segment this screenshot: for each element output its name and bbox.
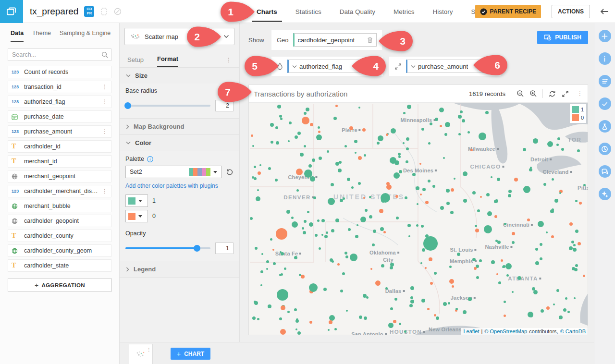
- map-dot: [258, 171, 261, 175]
- color-section: Color Palette Set2: [120, 134, 239, 261]
- chart-thumbnail-tab[interactable]: ⋮: [129, 344, 153, 364]
- color-section-header[interactable]: Color: [120, 135, 239, 151]
- color-by-field[interactable]: authorized_flag: [287, 60, 378, 73]
- collapse-right-panel-arrow[interactable]: [594, 0, 615, 23]
- reset-palette-icon[interactable]: [226, 168, 234, 176]
- color-swatch-select[interactable]: [125, 194, 148, 207]
- color-swatch-select[interactable]: [125, 210, 148, 222]
- schema-icon[interactable]: [599, 75, 611, 87]
- map-dot: [286, 210, 290, 214]
- discussions-icon[interactable]: [599, 165, 611, 178]
- map-dot: [394, 298, 397, 301]
- column-item[interactable]: Tcardholder_id: [8, 140, 111, 153]
- column-item[interactable]: merchant_bubble: [8, 200, 111, 212]
- fullscreen-icon[interactable]: [562, 90, 569, 97]
- column-item[interactable]: 123Count of records: [8, 66, 111, 78]
- map-dot: [280, 118, 283, 120]
- palette-plugins-link[interactable]: Add other color palettes with plugins: [125, 182, 234, 189]
- parent-recipe-button[interactable]: PARENT RECIPE: [475, 5, 541, 18]
- slider-knob[interactable]: [124, 102, 131, 109]
- map-attribution: Leaflet | © OpenStreetMap contributors, …: [461, 328, 588, 335]
- actions-button[interactable]: ACTIONS: [552, 5, 590, 18]
- map-background-header[interactable]: Map Background: [120, 119, 239, 134]
- palette-select[interactable]: Set2: [125, 166, 221, 178]
- osm-link[interactable]: © OpenStreetMap: [484, 328, 527, 334]
- panel-tab-setup[interactable]: Setup: [127, 56, 144, 67]
- lab-icon[interactable]: [599, 120, 611, 133]
- trash-icon[interactable]: [367, 36, 373, 43]
- map-dot: [329, 315, 335, 321]
- info-icon[interactable]: [599, 52, 611, 65]
- checks-icon[interactable]: [599, 97, 611, 110]
- timeline-icon[interactable]: [599, 143, 611, 155]
- panel-tab-format[interactable]: Format: [157, 55, 178, 67]
- chart-tab-menu-icon[interactable]: ⋮: [144, 347, 151, 352]
- tab-charts[interactable]: Charts: [255, 0, 279, 23]
- column-menu-icon[interactable]: ⋮: [99, 128, 108, 135]
- size-section-header[interactable]: Size: [120, 68, 239, 84]
- map-city-label: New Orleans: [429, 327, 465, 332]
- map-dot: [439, 108, 444, 112]
- legend-section-header[interactable]: Legend: [120, 261, 239, 277]
- base-radius-slider[interactable]: [125, 105, 210, 107]
- publish-button[interactable]: PUBLISH: [537, 31, 588, 44]
- assistant-icon[interactable]: [599, 188, 611, 200]
- refresh-icon[interactable]: [548, 90, 556, 98]
- map-dot: [375, 280, 381, 286]
- column-item[interactable]: 123authorized_flag⋮: [8, 96, 111, 108]
- right-icon-rail: [594, 23, 615, 364]
- opacity-slider[interactable]: [125, 247, 210, 249]
- sidebar-tab-sampling-engine[interactable]: Sampling & Engine: [60, 30, 111, 42]
- search-input[interactable]: [8, 49, 111, 61]
- add-icon[interactable]: [599, 30, 611, 42]
- geo-field[interactable]: cardholder_geopoint: [293, 33, 377, 47]
- dataset-folder-icon[interactable]: [0, 0, 23, 23]
- column-item[interactable]: 123purchase_amount⋮: [8, 125, 111, 138]
- scatter-map[interactable]: PierreMinneapolisMilwaukeeCHICAGODes Moi…: [249, 103, 588, 335]
- leaflet-link[interactable]: Leaflet: [463, 328, 479, 334]
- tab-metrics[interactable]: Metrics: [392, 0, 417, 23]
- map-background-section: Map Background: [120, 118, 239, 134]
- slider-knob[interactable]: [194, 245, 200, 252]
- panel-tabs: SetupFormat⋮: [120, 50, 239, 67]
- info-icon[interactable]: [147, 156, 153, 162]
- map-dot: [569, 246, 573, 250]
- sidebar-tab-theme[interactable]: Theme: [32, 30, 51, 42]
- zoom-in-icon[interactable]: [529, 90, 537, 97]
- map-dot: [430, 122, 432, 125]
- add-chart-button[interactable]: + CHART: [171, 348, 210, 360]
- column-menu-icon[interactable]: ⋮: [99, 84, 108, 90]
- map-dot: [523, 148, 526, 151]
- map-dot: [321, 234, 323, 236]
- map-dot: [304, 112, 307, 115]
- chart-menu-icon[interactable]: ⋮: [574, 90, 583, 97]
- column-item[interactable]: Tcardholder_county: [8, 230, 111, 242]
- tab-data-quality[interactable]: Data Quality: [338, 0, 377, 23]
- chart-title[interactable]: Transactions by authorization: [254, 90, 347, 98]
- column-item[interactable]: merchant_geopoint: [8, 170, 111, 182]
- size-by-field[interactable]: purchase_amount: [406, 60, 495, 73]
- carto-link[interactable]: © CartoDB: [560, 328, 586, 334]
- column-item[interactable]: 123transaction_id⋮: [8, 81, 111, 93]
- map-dot: [355, 152, 357, 154]
- tab-history[interactable]: History: [431, 0, 455, 23]
- tab-statistics[interactable]: Statistics: [294, 0, 323, 23]
- color-mapping-row: 0: [125, 210, 234, 222]
- column-item[interactable]: cardholder_county_geom: [8, 244, 111, 257]
- column-item[interactable]: Tcardholder_state: [8, 259, 111, 272]
- add-aggregation-button[interactable]: + AGGREGATION: [8, 279, 112, 291]
- chart-type-selector[interactable]: Scatter map: [124, 28, 234, 45]
- column-menu-icon[interactable]: ⋮: [99, 98, 108, 105]
- zoom-out-icon[interactable]: [517, 90, 524, 97]
- column-item[interactable]: cardholder_geopoint: [8, 215, 111, 227]
- map-dot: [335, 105, 338, 107]
- column-item[interactable]: purchase_date: [8, 110, 111, 123]
- map-dot: [331, 229, 334, 232]
- column-item[interactable]: Tmerchant_id: [8, 155, 111, 168]
- column-item[interactable]: 123cardholder_merchant_distanc...⋮: [8, 185, 111, 197]
- base-radius-value[interactable]: 2: [215, 100, 234, 111]
- column-menu-icon[interactable]: ⋮: [99, 188, 108, 194]
- opacity-value[interactable]: 1: [215, 243, 234, 254]
- sidebar-tab-data[interactable]: Data: [11, 30, 24, 42]
- panel-menu-icon[interactable]: ⋮: [223, 57, 232, 67]
